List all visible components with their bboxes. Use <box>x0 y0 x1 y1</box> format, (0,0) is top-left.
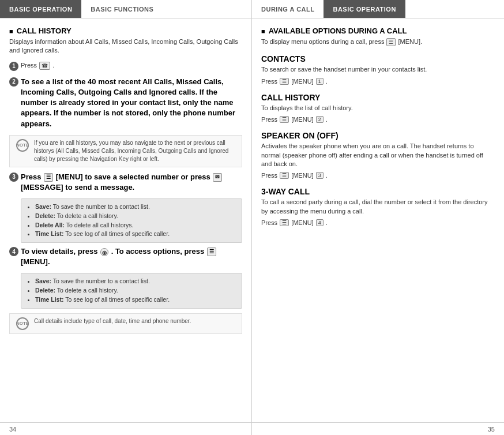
right-section-title: AVAILABLE OPTIONS DURING A CALL <box>261 27 495 35</box>
step-1-content: Press ☎ . <box>21 61 242 70</box>
note-2-shape: NOTE <box>16 317 29 330</box>
step-4-text-a: To view details, press <box>21 247 97 256</box>
phone-icon-step1: ☎ <box>39 62 50 70</box>
footer-left-page: 34 <box>0 423 252 435</box>
threeway-num-key: 4 <box>316 219 324 226</box>
bullet-1-delete-all: Delete All: To delete all call historys. <box>35 221 236 230</box>
step-4: 4 To view details, press ◎ . To access o… <box>9 246 242 267</box>
bullet-list-2: Save: To save the number to a contact li… <box>27 277 236 304</box>
nav-key-step4: ◎ <box>100 248 108 256</box>
step-3-number: 3 <box>9 172 18 182</box>
bullet-box-2: Save: To save the number to a contact li… <box>21 273 242 308</box>
note-1-icon: NOTE <box>14 139 31 163</box>
contacts-menu-icon: ☰ <box>280 78 289 85</box>
step-1-number: 1 <box>9 62 18 71</box>
step-4-text-b: . To access options, press <box>111 247 205 256</box>
bullet-1-time-list: Time List: To see log of all times of sp… <box>35 230 236 239</box>
header-right: DURING A CALL BASIC OPERATION <box>252 0 504 18</box>
speaker-menu-icon: ☰ <box>280 172 289 179</box>
step-2-content: To see a list of the 40 most recent All … <box>21 77 242 129</box>
contacts-title: CONTACTS <box>261 54 495 63</box>
footer: 34 35 <box>0 422 504 435</box>
menu-btn-step3: ☰ <box>44 173 53 182</box>
step-2: 2 To see a list of the 40 most recent Al… <box>9 77 242 129</box>
contacts-num-key: 1 <box>316 78 324 85</box>
menu-btn-step3-2: ✉ <box>213 173 222 182</box>
bullet-1-save: Save: To save the number to a contact li… <box>35 202 236 212</box>
step-3-menu: [MENU] <box>56 172 83 181</box>
left-section-title: CALL HISTORY <box>9 27 242 35</box>
step-1-text: Press <box>21 62 37 69</box>
bullet-2-save: Save: To save the number to a contact li… <box>35 277 236 286</box>
menu-icon-header: ☰ <box>386 38 396 47</box>
note-1-text: If you are in call historys, you may als… <box>34 139 237 163</box>
speaker-num-key: 3 <box>316 172 324 179</box>
note-2-icon: NOTE <box>14 317 31 330</box>
left-section-desc: Displays information about All Calls, Mi… <box>9 38 242 55</box>
bullet-list-1: Save: To save the number to a contact li… <box>27 202 236 239</box>
tab-during-a-call[interactable]: DURING A CALL <box>252 0 324 18</box>
step-4-content: To view details, press ◎ . To access opt… <box>21 246 242 267</box>
step-2-number: 2 <box>9 77 18 87</box>
call-history-num-key: 2 <box>316 116 324 123</box>
step-1: 1 Press ☎ . <box>9 61 242 71</box>
step-3-text-a: Press <box>21 172 41 181</box>
header: BASIC OPERATION BASIC FUNCTIONS DURING A… <box>0 0 504 18</box>
step-3-text-c: to send a message. <box>65 183 134 192</box>
threeway-desc: To call a second party during a call, di… <box>261 198 495 216</box>
step-4-number: 4 <box>9 247 18 256</box>
step-3: 3 Press ☰ [MENU] to save a selected numb… <box>9 172 242 193</box>
step-3-text-b: to save a selected number or press <box>85 172 210 181</box>
threeway-title: 3-WAY CALL <box>261 187 495 196</box>
bullet-2-delete: Delete: To delete a call history. <box>35 286 236 295</box>
speaker-desc: Activates the speaker phone when you are… <box>261 142 495 168</box>
bullet-2-time-list: Time List: To see log of all times of sp… <box>35 295 236 305</box>
bullet-box-1: Save: To save the number to a contact li… <box>21 198 242 243</box>
step-3-content: Press ☰ [MENU] to save a selected number… <box>21 172 242 193</box>
note-1: NOTE If you are in call historys, you ma… <box>9 135 242 167</box>
contacts-press-line: Press ☰ [MENU] 1 . <box>261 78 495 85</box>
tab-basic-operation-right[interactable]: BASIC OPERATION <box>324 0 405 18</box>
speaker-press-line: Press ☰ [MENU] 3 . <box>261 172 495 179</box>
bullet-1-delete: Delete: To delete a call history. <box>35 212 236 221</box>
note-2: NOTE Call details include type of call, … <box>9 313 242 334</box>
step-4-menu: [MENU]. <box>21 257 50 266</box>
call-history-title: CALL HISTORY <box>261 93 495 102</box>
footer-right-page: 35 <box>252 423 504 435</box>
note-shape: NOTE <box>16 139 29 152</box>
contacts-desc: To search or save the handset number in … <box>261 65 495 74</box>
threeway-press-line: Press ☰ [MENU] 4 . <box>261 219 495 226</box>
note-2-text: Call details include type of call, date,… <box>34 317 191 330</box>
call-history-press-line: Press ☰ [MENU] 2 . <box>261 116 495 123</box>
right-panel: AVAILABLE OPTIONS DURING A CALL To displ… <box>252 18 504 422</box>
speaker-title: SPEAKER ON (OFF) <box>261 131 495 140</box>
tab-basic-operation-left[interactable]: BASIC OPERATION <box>0 0 81 18</box>
call-history-desc: To displays the list of call history. <box>261 104 495 112</box>
menu-btn-step4: ☰ <box>207 247 216 256</box>
tab-basic-functions[interactable]: BASIC FUNCTIONS <box>81 0 163 18</box>
call-history-menu-icon: ☰ <box>280 116 289 123</box>
right-section-desc: To display menu options during a call, p… <box>261 38 495 46</box>
step-3-menu2: [MESSAGE] <box>21 183 63 192</box>
left-panel: CALL HISTORY Displays information about … <box>0 18 252 422</box>
threeway-menu-icon: ☰ <box>280 219 289 226</box>
header-left: BASIC OPERATION BASIC FUNCTIONS <box>0 0 252 18</box>
main-content: CALL HISTORY Displays information about … <box>0 18 504 422</box>
